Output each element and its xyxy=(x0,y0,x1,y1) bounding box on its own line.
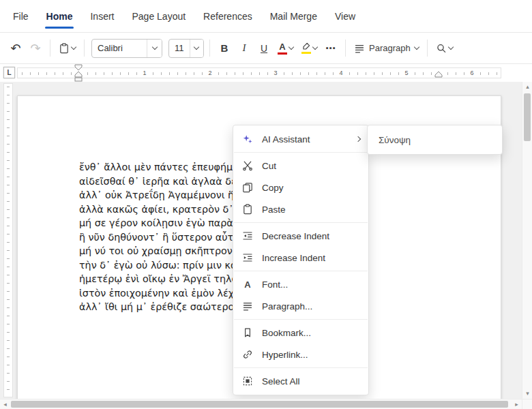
context-menu-item-font[interactable]: A Font... xyxy=(233,273,368,295)
menu-page-layout[interactable]: Page Layout xyxy=(123,0,194,32)
horizontal-scrollbar-thumb[interactable] xyxy=(11,401,508,408)
font-color-button[interactable]: A xyxy=(275,38,296,59)
more-options-icon: ⋯ xyxy=(325,42,336,55)
toolbar-separator xyxy=(84,40,85,57)
increase-indent-icon xyxy=(241,252,254,263)
document-editor-app: File Home Insert Page Layout References … xyxy=(0,0,532,409)
menu-separator xyxy=(234,319,368,320)
context-menu-item-select-all[interactable]: Select All xyxy=(233,370,368,392)
tab-stop-selector[interactable]: L xyxy=(3,67,15,78)
ruler-ticks xyxy=(22,72,498,75)
paragraph-icon xyxy=(241,301,254,312)
context-menu-item-decrease-indent[interactable]: Decrease Indent xyxy=(233,225,368,247)
toolbar-separator xyxy=(209,40,210,57)
menu-page-layout-label: Page Layout xyxy=(132,11,186,22)
menu-mail-merge[interactable]: Mail Merge xyxy=(261,0,326,32)
menu-item-label: AI Assistant xyxy=(262,134,348,145)
menu-insert[interactable]: Insert xyxy=(81,0,123,32)
context-menu-item-paragraph[interactable]: Paragraph... xyxy=(233,295,368,317)
horizontal-ruler: 1 2 3 4 5 6 xyxy=(17,67,501,78)
ruler-number: 3 xyxy=(272,69,278,78)
font-size-dropdown-button[interactable] xyxy=(190,40,204,57)
menu-references[interactable]: References xyxy=(194,0,261,32)
font-name-combobox[interactable]: Calibri xyxy=(91,39,162,58)
menu-separator xyxy=(234,152,368,153)
chevron-down-icon xyxy=(312,44,318,50)
scroll-down-icon[interactable]: ▾ xyxy=(522,389,532,399)
menu-view-label: View xyxy=(335,11,355,22)
menu-item-label: Font... xyxy=(262,279,360,290)
toolbar-separator xyxy=(50,40,50,57)
menu-item-label: Paragraph... xyxy=(262,301,360,312)
font-icon: A xyxy=(241,279,254,290)
hyperlink-icon xyxy=(241,349,254,360)
context-menu-item-bookmark[interactable]: Bookmark... xyxy=(233,322,368,344)
menu-item-label: Cut xyxy=(262,161,360,171)
vertical-ruler xyxy=(3,83,13,397)
bold-icon: B xyxy=(221,42,228,54)
left-indent-marker[interactable] xyxy=(74,64,83,82)
scroll-right-icon[interactable]: ▸ xyxy=(512,399,522,409)
decrease-indent-icon xyxy=(241,230,254,241)
context-menu-item-paste[interactable]: Paste xyxy=(233,198,368,220)
horizontal-scrollbar[interactable]: ◂ ▸ xyxy=(0,399,522,409)
submenu-item-synopsis[interactable]: Σύνοψη xyxy=(368,128,502,151)
menu-item-label: Paste xyxy=(262,204,360,215)
paragraph-dropdown-button[interactable]: Paragraph xyxy=(351,38,422,59)
clipboard-icon xyxy=(59,43,70,54)
menu-separator xyxy=(234,222,368,223)
search-icon xyxy=(436,43,447,54)
scissors-icon xyxy=(241,160,254,171)
bookmark-icon xyxy=(241,327,254,338)
context-menu-item-increase-indent[interactable]: Increase Indent xyxy=(233,247,368,269)
ruler-number: 5 xyxy=(403,69,409,78)
menu-references-label: References xyxy=(203,11,252,22)
italic-button[interactable]: I xyxy=(235,38,253,59)
bold-button[interactable]: B xyxy=(216,38,233,59)
font-color-swatch xyxy=(278,52,287,55)
clipboard-paste-button[interactable] xyxy=(56,38,78,59)
font-size-combobox[interactable]: 11 xyxy=(168,39,204,58)
menu-item-label: Bookmark... xyxy=(262,328,360,338)
toolbar-separator xyxy=(427,40,428,57)
menu-file[interactable]: File xyxy=(4,0,38,32)
ruler-number: 1 xyxy=(141,69,147,78)
highlight-color-button[interactable] xyxy=(298,38,320,59)
context-menu: AI Assistant Cut Copy Paste Decrease Ind… xyxy=(233,125,369,395)
context-menu-item-hyperlink[interactable]: Hyperlink... xyxy=(233,344,368,365)
underline-button[interactable]: U xyxy=(255,38,273,59)
menu-home[interactable]: Home xyxy=(38,0,82,32)
context-menu-item-ai-assistant[interactable]: AI Assistant xyxy=(233,128,368,150)
undo-button[interactable]: ↶ xyxy=(7,38,25,59)
menu-separator xyxy=(234,367,368,368)
menu-item-label: Copy xyxy=(262,183,360,193)
menu-home-label: Home xyxy=(46,11,73,22)
menu-view[interactable]: View xyxy=(326,0,364,32)
redo-button[interactable]: ↷ xyxy=(27,38,44,59)
more-options-button[interactable]: ⋯ xyxy=(322,38,340,59)
scroll-up-icon[interactable]: ▴ xyxy=(522,82,532,92)
menu-item-label: Increase Indent xyxy=(262,253,360,263)
chevron-down-icon xyxy=(447,44,453,50)
paste-icon xyxy=(241,204,254,215)
font-color-letter: A xyxy=(279,42,285,51)
scroll-left-icon[interactable]: ◂ xyxy=(0,399,10,409)
search-button[interactable] xyxy=(433,38,456,59)
menu-item-label: Hyperlink... xyxy=(262,350,360,360)
menu-separator xyxy=(234,271,368,271)
vertical-scrollbar[interactable]: ▴ ▾ xyxy=(522,82,532,399)
highlight-color-swatch xyxy=(301,52,311,54)
menubar: File Home Insert Page Layout References … xyxy=(0,0,532,33)
vertical-scrollbar-thumb[interactable] xyxy=(524,93,531,141)
chevron-down-icon xyxy=(413,44,419,50)
ruler-row: L 1 2 3 4 5 6 xyxy=(0,64,532,82)
context-menu-item-copy[interactable]: Copy xyxy=(233,177,368,198)
italic-icon: I xyxy=(243,42,246,54)
font-name-dropdown-button[interactable] xyxy=(147,40,162,57)
context-menu-item-cut[interactable]: Cut xyxy=(233,155,368,177)
right-indent-marker[interactable] xyxy=(434,64,443,82)
font-name-value: Calibri xyxy=(92,43,147,53)
select-all-icon xyxy=(241,376,254,387)
toolbar-separator xyxy=(345,40,346,57)
redo-icon: ↷ xyxy=(30,42,40,55)
